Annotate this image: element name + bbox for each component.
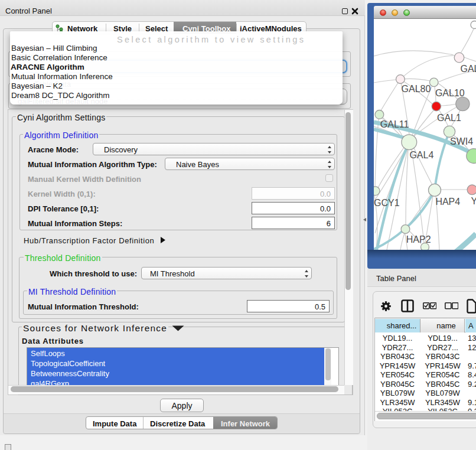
svg-text:GAL80: GAL80 <box>402 84 431 94</box>
svg-text:GAL10: GAL10 <box>435 88 465 98</box>
svg-text:HAP4: HAP4 <box>435 197 460 207</box>
svg-text:GAL1: GAL1 <box>437 113 461 123</box>
svg-text:Y: Y <box>471 196 476 206</box>
svg-text:HAP2: HAP2 <box>406 234 431 244</box>
svg-text:GAL11: GAL11 <box>380 119 409 129</box>
svg-text:GCY1: GCY1 <box>374 198 400 208</box>
svg-text:GAL4: GAL4 <box>409 150 433 160</box>
svg-text:SWI4: SWI4 <box>450 136 473 146</box>
svg-text:GAL7: GAL7 <box>461 64 476 74</box>
